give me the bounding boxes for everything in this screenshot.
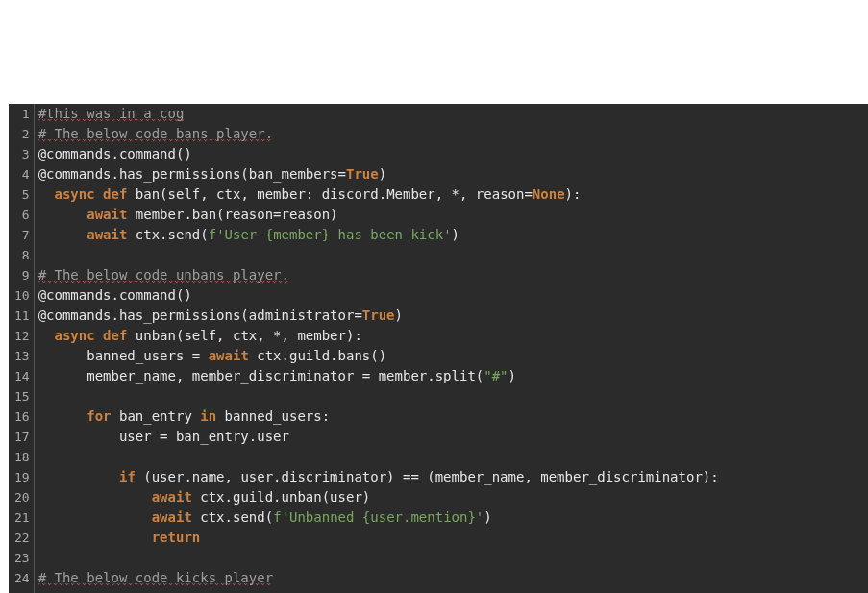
line-number-gutter: 123456789101112131415161718192021222324 [9,104,35,593]
code-token: user = ban_entry.user [38,429,289,444]
line-number: 19 [9,467,34,487]
code-token: def [103,328,127,343]
code-line[interactable]: await ctx.send(f'Unbanned {user.mention}… [38,507,868,528]
code-token: banned_users: [216,408,330,424]
line-number: 17 [9,427,34,447]
code-token: ) [395,308,403,323]
code-line[interactable]: user = ban_entry.user [38,427,868,447]
code-token: member_name, member_discriminator = memb… [38,368,484,383]
line-number: 5 [9,185,34,205]
line-number: 23 [9,548,34,568]
code-line[interactable]: await member.ban(reason=reason) [38,205,868,225]
code-token: ) [484,509,491,525]
code-token: None [533,186,565,202]
code-line[interactable]: banned_users = await ctx.guild.bans() [38,346,868,366]
code-token: True [362,308,395,323]
code-token: unban(self, ctx, *, member): [127,328,361,343]
code-line[interactable]: async def unban(self, ctx, *, member): [38,326,868,346]
line-number: 7 [9,225,34,245]
code-line[interactable]: @commands.has_permissions(ban_members=Tr… [38,164,868,185]
code-token: ban_entry [112,408,201,424]
code-token [95,186,103,202]
code-line[interactable] [38,245,868,265]
code-token [38,186,55,202]
code-token: ) [379,166,386,182]
code-token [95,328,103,343]
code-token [38,509,152,525]
code-token: @commands.command() [38,146,192,161]
code-token: True [346,166,379,182]
code-token: 'User {member} has been kick' [216,227,451,242]
code-token: ctx.guild.unban(user) [192,489,370,505]
code-token: await [87,227,127,242]
code-line[interactable] [38,386,868,407]
code-token: banned_users = [38,348,209,363]
line-number: 3 [9,144,34,164]
code-token: if [119,469,136,484]
code-area[interactable]: #this was in a cog# The below code bans … [35,104,868,593]
code-line[interactable]: @commands.command() [38,144,868,164]
code-token: ) [508,368,516,383]
code-line[interactable]: @commands.has_permissions(administrator=… [38,306,868,326]
code-line[interactable]: member_name, member_discriminator = memb… [38,366,868,386]
code-line[interactable]: return [38,528,868,548]
code-token: await [152,489,192,505]
line-number: 14 [9,366,34,386]
code-token: async [55,186,95,202]
code-line[interactable]: # The below code kicks player [38,568,868,588]
code-token: ): [565,186,582,202]
code-token: @commands.has_permissions(ban_members= [38,166,346,182]
code-token: ctx.send( [127,227,208,242]
line-number: 4 [9,164,34,185]
code-token: 'Unbanned {user.mention}' [282,509,484,525]
code-token: @commands.command() [38,287,192,303]
code-line[interactable]: # The below code unbans player. [38,265,868,285]
code-line[interactable]: await ctx.send(f'User {member} has been … [38,225,868,245]
code-editor[interactable]: 123456789101112131415161718192021222324 … [9,104,868,593]
code-token: f [273,509,281,525]
code-token [38,469,119,484]
code-line[interactable]: #this was in a cog [38,104,868,124]
code-line[interactable] [38,447,868,467]
line-number: 11 [9,306,34,326]
code-token: for [87,408,111,424]
code-line[interactable]: @commands.command() [38,285,868,306]
code-token [38,207,87,222]
code-token [38,328,55,343]
line-number: 10 [9,285,34,306]
line-number: 8 [9,245,34,265]
code-token: return [152,530,201,545]
code-line[interactable]: await ctx.guild.unban(user) [38,487,868,507]
code-token [38,530,152,545]
line-number: 22 [9,528,34,548]
code-token: #this was in a cog [38,106,185,122]
code-token: ) [452,227,459,242]
line-number: 15 [9,386,34,407]
code-token: f [209,227,216,242]
code-token: # The below code bans player. [38,126,273,142]
code-token: async [55,328,95,343]
code-token: # The below code kicks player [38,570,273,586]
code-token: ban(self, ctx, member: discord.Member, *… [127,186,532,202]
line-number: 2 [9,124,34,144]
code-line[interactable]: for ban_entry in banned_users: [38,407,868,427]
code-line[interactable]: # The below code bans player. [38,124,868,144]
code-line[interactable]: if (user.name, user.discriminator) == (m… [38,467,868,487]
code-line[interactable] [38,548,868,568]
code-token: def [103,186,127,202]
code-token: ctx.guild.bans() [249,348,386,363]
code-token: "#" [484,368,508,383]
line-number: 18 [9,447,34,467]
line-number: 16 [9,407,34,427]
code-token: member.ban(reason=reason) [127,207,337,222]
code-token [38,489,152,505]
code-token: ctx.send( [192,509,273,525]
code-token: in [200,408,216,424]
code-line[interactable]: async def ban(self, ctx, member: discord… [38,185,868,205]
code-token: (user.name, user.discriminator) == (memb… [136,469,719,484]
line-number: 24 [9,568,34,588]
code-token: await [209,348,249,363]
line-number: 13 [9,346,34,366]
line-number: 21 [9,507,34,528]
code-token [38,408,87,424]
